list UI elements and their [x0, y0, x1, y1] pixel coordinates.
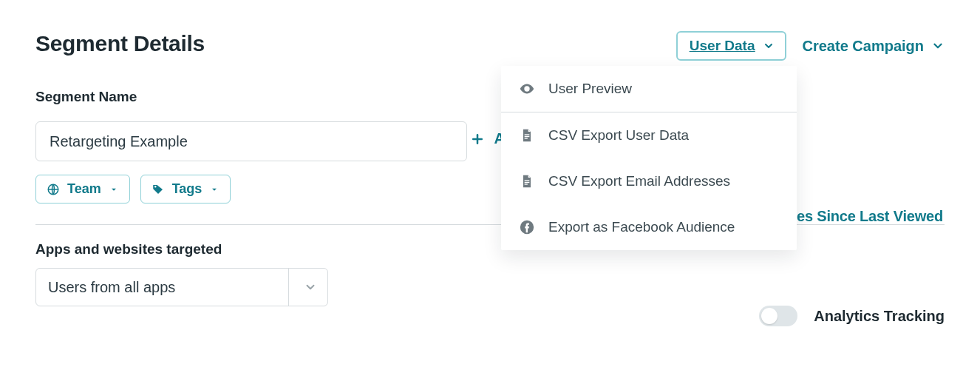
user-data-label: User Data: [690, 38, 755, 54]
tag-icon: [152, 183, 165, 196]
menu-item-label: CSV Export User Data: [548, 127, 689, 144]
svg-rect-9: [525, 182, 530, 183]
apps-section-label: Apps and websites targeted: [35, 241, 945, 258]
svg-point-4: [525, 87, 528, 90]
create-campaign-dropdown[interactable]: Create Campaign: [803, 38, 945, 55]
chips-row: Team Tags: [35, 175, 945, 204]
svg-rect-8: [525, 180, 530, 181]
apps-select[interactable]: Users from all apps: [35, 268, 328, 306]
chevron-down-icon: [763, 40, 775, 52]
menu-item-label: User Preview: [548, 81, 632, 97]
menu-item-csv-export-user-data[interactable]: CSV Export User Data: [501, 112, 797, 158]
caret-down-icon: [109, 184, 119, 195]
svg-rect-7: [525, 138, 528, 138]
analytics-tracking-label: Analytics Tracking: [814, 308, 945, 325]
page-title: Segment Details: [35, 31, 205, 56]
svg-point-3: [154, 186, 156, 187]
tags-chip-label: Tags: [172, 181, 203, 197]
team-chip[interactable]: Team: [35, 175, 130, 204]
header-actions: User Data Create Campaign: [676, 31, 945, 61]
header-row: Segment Details User Data Create Campaig…: [35, 31, 945, 61]
analytics-tracking-toggle[interactable]: [759, 306, 797, 326]
analytics-tracking-row: Analytics Tracking: [759, 306, 945, 326]
plus-icon: [470, 132, 485, 147]
chevron-down-icon: [931, 39, 945, 53]
menu-item-label: CSV Export Email Addresses: [548, 173, 730, 189]
page-root: Segment Details User Data Create Campaig…: [0, 0, 980, 306]
eye-icon: [519, 81, 535, 97]
create-campaign-label: Create Campaign: [803, 38, 925, 55]
file-icon: [519, 173, 535, 189]
globe-icon: [47, 183, 60, 196]
menu-item-export-facebook-audience[interactable]: Export as Facebook Audience: [501, 204, 797, 250]
select-divider: [288, 269, 289, 306]
svg-rect-5: [525, 134, 530, 135]
segment-name-label: Segment Name: [35, 89, 945, 105]
facebook-icon: [519, 219, 535, 235]
svg-rect-10: [525, 184, 528, 184]
file-icon: [519, 127, 535, 144]
menu-item-csv-export-emails[interactable]: CSV Export Email Addresses: [501, 158, 797, 204]
chevron-down-icon: [304, 280, 317, 294]
apps-select-value: Users from all apps: [48, 279, 175, 296]
svg-rect-6: [525, 136, 530, 137]
user-data-dropdown[interactable]: User Data: [676, 31, 786, 61]
changes-since-last-viewed-link[interactable]: ges Since Last Viewed: [788, 208, 943, 225]
caret-down-icon: [209, 184, 220, 195]
team-chip-label: Team: [67, 181, 101, 197]
menu-item-user-preview[interactable]: User Preview: [501, 66, 797, 112]
user-data-menu: User Preview CSV Export User Data CSV Ex…: [501, 66, 797, 250]
segment-name-input[interactable]: [35, 121, 467, 161]
menu-item-label: Export as Facebook Audience: [548, 219, 735, 235]
tags-chip[interactable]: Tags: [140, 175, 231, 204]
